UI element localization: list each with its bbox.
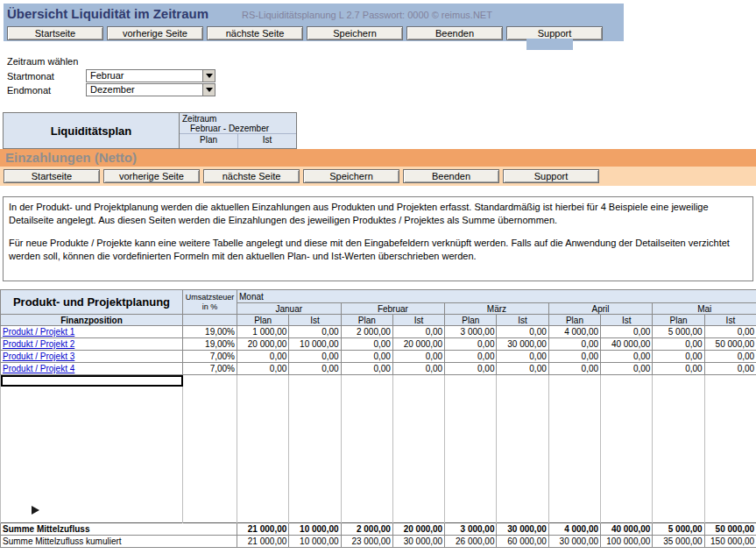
empty-cell[interactable] (392, 512, 444, 523)
empty-cell[interactable] (237, 387, 289, 398)
value-cell[interactable]: 40 000,00 (601, 338, 653, 351)
empty-cell[interactable] (548, 478, 600, 489)
empty-cell[interactable] (289, 387, 341, 398)
empty-cell[interactable] (548, 387, 600, 398)
endmonat-select[interactable]: Dezember (86, 83, 215, 96)
speichern-button[interactable]: Speichern (307, 26, 403, 40)
product-link[interactable]: Produkt / Projekt 4 (3, 364, 74, 373)
empty-cell[interactable] (289, 421, 341, 432)
empty-cell[interactable] (392, 421, 444, 432)
value-cell[interactable]: 0,00 (653, 363, 704, 375)
empty-cell[interactable] (653, 375, 704, 387)
empty-cell[interactable] (289, 501, 341, 512)
empty-cell[interactable] (183, 398, 237, 409)
value-cell[interactable]: 30 000,00 (497, 338, 548, 351)
value-cell[interactable]: 20 000,00 (237, 338, 289, 351)
empty-cell[interactable] (341, 478, 392, 489)
empty-cell[interactable] (183, 501, 237, 512)
value-cell[interactable]: 0,00 (548, 351, 600, 363)
empty-cell[interactable] (341, 375, 392, 387)
empty-cell[interactable] (392, 489, 444, 501)
empty-cell[interactable] (237, 421, 289, 432)
value-cell[interactable]: 0,00 (601, 326, 653, 338)
tax-cell[interactable]: 7,00% (183, 363, 237, 375)
empty-cell[interactable] (1, 478, 183, 489)
empty-cell[interactable] (704, 444, 756, 455)
empty-cell[interactable] (704, 512, 756, 523)
empty-cell[interactable] (289, 478, 341, 489)
summary-value-cell[interactable]: 21 000,00 (237, 523, 289, 536)
value-cell[interactable]: 0,00 (445, 351, 497, 363)
empty-cell[interactable] (289, 489, 341, 501)
value-cell[interactable]: 0,00 (704, 326, 756, 338)
beenden-button[interactable]: Beenden (406, 26, 503, 40)
chevron-down-icon[interactable] (202, 84, 215, 96)
product-link[interactable]: Produkt / Projekt 1 (3, 327, 74, 337)
empty-cell[interactable] (392, 466, 444, 478)
empty-cell[interactable] (653, 501, 704, 512)
value-cell[interactable]: 0,00 (237, 363, 289, 375)
summary-value-cell[interactable]: 5 000,00 (653, 523, 704, 536)
empty-cell[interactable] (601, 466, 653, 478)
tax-cell[interactable]: 19,00% (183, 326, 237, 338)
empty-cell[interactable] (704, 398, 756, 409)
empty-cell[interactable] (341, 489, 392, 501)
support-button[interactable]: Support (503, 169, 599, 183)
empty-cell[interactable] (548, 409, 600, 421)
value-cell[interactable]: 1 000,00 (237, 326, 289, 338)
empty-cell[interactable] (601, 455, 653, 466)
empty-cell[interactable] (548, 398, 600, 409)
value-cell[interactable]: 0,00 (289, 326, 341, 338)
empty-cell[interactable] (601, 432, 653, 444)
empty-cell[interactable] (704, 489, 756, 501)
empty-cell[interactable] (445, 375, 497, 387)
empty-cell[interactable] (497, 387, 548, 398)
empty-cell[interactable] (445, 478, 497, 489)
empty-cell[interactable] (704, 466, 756, 478)
empty-cell[interactable] (183, 432, 237, 444)
naechste-seite-button[interactable]: nächste Seite (203, 169, 300, 183)
value-cell[interactable]: 5 000,00 (653, 326, 704, 338)
value-cell[interactable]: 0,00 (341, 338, 392, 351)
empty-cell[interactable] (548, 512, 600, 523)
empty-cell[interactable] (601, 512, 653, 523)
empty-cell[interactable] (653, 421, 704, 432)
chevron-down-icon[interactable] (202, 70, 215, 82)
value-cell[interactable]: 0,00 (497, 351, 548, 363)
empty-cell[interactable] (183, 478, 237, 489)
empty-cell[interactable] (704, 501, 756, 512)
empty-cell[interactable] (497, 444, 548, 455)
empty-cell[interactable] (704, 478, 756, 489)
summary-value-cell[interactable]: 30 000,00 (497, 523, 548, 536)
empty-cell[interactable] (341, 387, 392, 398)
empty-cell[interactable] (392, 387, 444, 398)
empty-cell[interactable] (392, 478, 444, 489)
cumulative-value-cell[interactable]: 60 000,00 (497, 536, 548, 548)
vorherige-seite-button[interactable]: vorherige Seite (103, 169, 200, 183)
empty-cell[interactable] (1, 466, 183, 478)
value-cell[interactable]: 10 000,00 (289, 338, 341, 351)
empty-cell[interactable] (392, 444, 444, 455)
empty-cell[interactable] (1, 444, 183, 455)
empty-cell[interactable] (704, 432, 756, 444)
empty-cell[interactable] (653, 432, 704, 444)
empty-cell[interactable] (289, 455, 341, 466)
empty-cell[interactable] (601, 421, 653, 432)
value-cell[interactable]: 0,00 (704, 351, 756, 363)
empty-cell[interactable] (548, 421, 600, 432)
product-link[interactable]: Produkt / Projekt 2 (3, 339, 74, 349)
value-cell[interactable]: 0,00 (341, 363, 392, 375)
empty-cell[interactable] (497, 455, 548, 466)
empty-cell[interactable] (548, 455, 600, 466)
naechste-seite-button[interactable]: nächste Seite (207, 26, 303, 40)
empty-cell[interactable] (653, 398, 704, 409)
empty-cell[interactable] (497, 432, 548, 444)
value-cell[interactable]: 4 000,00 (548, 326, 600, 338)
cumulative-value-cell[interactable]: 23 000,00 (341, 536, 392, 548)
empty-cell[interactable] (653, 455, 704, 466)
empty-cell[interactable] (341, 512, 392, 523)
cumulative-value-cell[interactable]: 21 000,00 (237, 536, 289, 548)
empty-cell[interactable] (548, 489, 600, 501)
empty-cell[interactable] (392, 501, 444, 512)
beenden-button[interactable]: Beenden (403, 169, 499, 183)
